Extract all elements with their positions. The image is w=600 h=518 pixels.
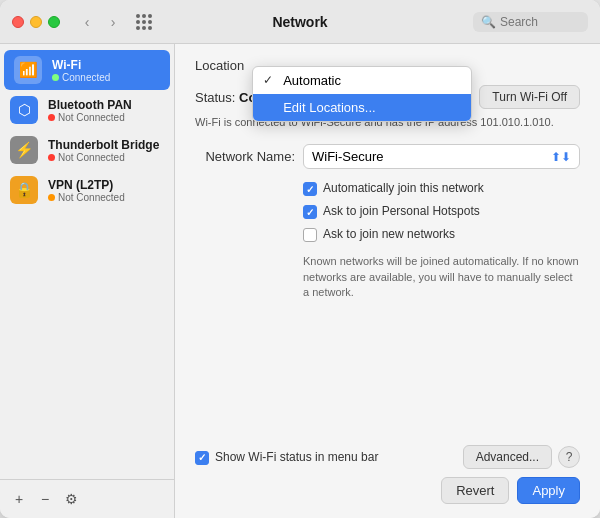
network-name-value: WiFi-Secure <box>312 149 384 164</box>
vpn-status-dot <box>48 194 55 201</box>
turn-off-wifi-button[interactable]: Turn Wi-Fi Off <box>479 85 580 109</box>
wifi-item-text: Wi-Fi Connected <box>52 58 110 83</box>
minimize-button[interactable] <box>30 16 42 28</box>
personal-hotspot-checkbox[interactable] <box>303 205 317 219</box>
back-button[interactable]: ‹ <box>76 11 98 33</box>
right-panel: Location ✓ Automatic Edit Locations... <box>175 44 600 518</box>
thunderbolt-status-dot <box>48 154 55 161</box>
sidebar-items: 📶 Wi-Fi Connected ⬡ Bluetooth PAN <box>0 44 174 479</box>
bluetooth-status-dot <box>48 114 55 121</box>
thunderbolt-icon: ⚡ <box>10 136 38 164</box>
network-preferences-window: ‹ › Network 🔍 📶 Wi-Fi <box>0 0 600 518</box>
bluetooth-item-text: Bluetooth PAN Not Connected <box>48 98 132 123</box>
vpn-item-status: Not Connected <box>48 192 125 203</box>
revert-button[interactable]: Revert <box>441 477 509 504</box>
advanced-help: Advanced... ? <box>463 445 580 469</box>
main-content: 📶 Wi-Fi Connected ⬡ Bluetooth PAN <box>0 44 600 518</box>
app-grid-icon[interactable] <box>136 14 152 30</box>
new-networks-label: Ask to join new networks <box>323 227 455 241</box>
checkbox-row-new-networks: Ask to join new networks <box>303 227 580 242</box>
location-dropdown-menu: ✓ Automatic Edit Locations... <box>252 66 472 122</box>
location-label: Location <box>195 58 244 73</box>
new-networks-checkbox[interactable] <box>303 228 317 242</box>
sidebar-item-vpn[interactable]: 🔒 VPN (L2TP) Not Connected <box>0 170 174 210</box>
window-title: Network <box>272 14 327 30</box>
auto-join-label: Automatically join this network <box>323 181 484 195</box>
nav-buttons: ‹ › <box>76 11 124 33</box>
add-network-button[interactable]: + <box>8 488 30 510</box>
thunderbolt-item-name: Thunderbolt Bridge <box>48 138 159 152</box>
wifi-item-name: Wi-Fi <box>52 58 110 72</box>
close-button[interactable] <box>12 16 24 28</box>
gear-button[interactable]: ⚙ <box>60 488 82 510</box>
network-name-select[interactable]: WiFi-Secure ⬆⬇ <box>303 144 580 169</box>
advanced-button[interactable]: Advanced... <box>463 445 552 469</box>
vpn-icon: 🔒 <box>10 176 38 204</box>
show-wifi-checkbox[interactable] <box>195 451 209 465</box>
search-input[interactable] <box>500 15 580 29</box>
checkbox-row-auto-join: Automatically join this network <box>303 181 580 196</box>
wifi-item-status: Connected <box>52 72 110 83</box>
search-box: 🔍 <box>473 12 588 32</box>
apply-button[interactable]: Apply <box>517 477 580 504</box>
network-select-arrow-icon: ⬆⬇ <box>551 150 571 164</box>
sidebar-footer: + − ⚙ <box>0 479 174 518</box>
personal-hotspot-label: Ask to join Personal Hotspots <box>323 204 480 218</box>
forward-button[interactable]: › <box>102 11 124 33</box>
wifi-status-dot <box>52 74 59 81</box>
auto-join-checkbox[interactable] <box>303 182 317 196</box>
network-name-row: Network Name: WiFi-Secure ⬆⬇ <box>195 144 580 169</box>
dropdown-item-edit-locations[interactable]: Edit Locations... <box>253 94 471 121</box>
edit-locations-label: Edit Locations... <box>283 100 376 115</box>
show-wifi-row: Show Wi-Fi status in menu bar <box>195 450 378 465</box>
thunderbolt-item-status: Not Connected <box>48 152 159 163</box>
thunderbolt-item-text: Thunderbolt Bridge Not Connected <box>48 138 159 163</box>
help-button[interactable]: ? <box>558 446 580 468</box>
bluetooth-icon: ⬡ <box>10 96 38 124</box>
sidebar-item-wifi[interactable]: 📶 Wi-Fi Connected <box>4 50 170 90</box>
location-row: Location ✓ Automatic Edit Locations... <box>195 58 580 73</box>
checkbox-row-personal-hotspot: Ask to join Personal Hotspots <box>303 204 580 219</box>
bluetooth-item-name: Bluetooth PAN <box>48 98 132 112</box>
action-buttons: Revert Apply <box>195 477 580 504</box>
wifi-icon: 📶 <box>14 56 42 84</box>
dropdown-item-automatic[interactable]: ✓ Automatic <box>253 67 471 94</box>
vpn-item-name: VPN (L2TP) <box>48 178 125 192</box>
checkboxes: Automatically join this network Ask to j… <box>303 181 580 242</box>
show-wifi-label: Show Wi-Fi status in menu bar <box>215 450 378 464</box>
titlebar: ‹ › Network 🔍 <box>0 0 600 44</box>
bottom-row: Show Wi-Fi status in menu bar Advanced..… <box>195 445 580 469</box>
traffic-lights <box>12 16 60 28</box>
network-name-label: Network Name: <box>195 149 295 164</box>
sidebar-item-thunderbolt[interactable]: ⚡ Thunderbolt Bridge Not Connected <box>0 130 174 170</box>
remove-network-button[interactable]: − <box>34 488 56 510</box>
automatic-checkmark: ✓ <box>263 73 277 87</box>
search-icon: 🔍 <box>481 15 496 29</box>
known-networks-note: Known networks will be joined automatica… <box>303 254 580 300</box>
automatic-label: Automatic <box>283 73 341 88</box>
vpn-item-text: VPN (L2TP) Not Connected <box>48 178 125 203</box>
bluetooth-item-status: Not Connected <box>48 112 132 123</box>
sidebar-item-bluetooth[interactable]: ⬡ Bluetooth PAN Not Connected <box>0 90 174 130</box>
maximize-button[interactable] <box>48 16 60 28</box>
sidebar: 📶 Wi-Fi Connected ⬡ Bluetooth PAN <box>0 44 175 518</box>
